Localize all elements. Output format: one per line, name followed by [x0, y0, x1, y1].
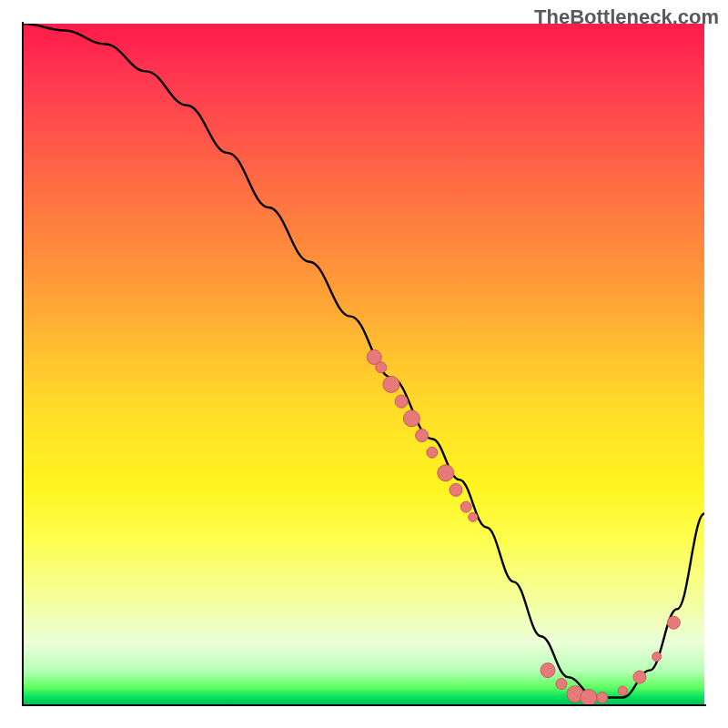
data-marker [667, 616, 680, 629]
data-marker [383, 376, 399, 392]
data-marker [376, 362, 387, 373]
data-marker [633, 671, 646, 683]
data-marker [597, 693, 608, 703]
chart-container: TheBottleneck.com [0, 0, 728, 728]
data-marker [460, 501, 471, 512]
bottleneck-curve [24, 24, 704, 698]
data-marker [469, 512, 478, 521]
data-marker [416, 430, 429, 442]
axis-bottom [22, 704, 706, 706]
plot-area [24, 24, 704, 704]
watermark-label: TheBottleneck.com [534, 5, 719, 29]
data-marker [652, 652, 662, 662]
data-marker [403, 410, 420, 427]
data-marker [438, 465, 454, 481]
data-marker [427, 447, 438, 458]
marker-group [367, 350, 680, 704]
data-marker [450, 483, 462, 496]
data-marker [556, 679, 567, 690]
data-marker [541, 663, 555, 678]
axis-left [22, 22, 24, 706]
data-marker [395, 395, 408, 408]
data-marker [618, 686, 627, 695]
curve-svg [24, 24, 704, 704]
data-marker [581, 690, 597, 704]
